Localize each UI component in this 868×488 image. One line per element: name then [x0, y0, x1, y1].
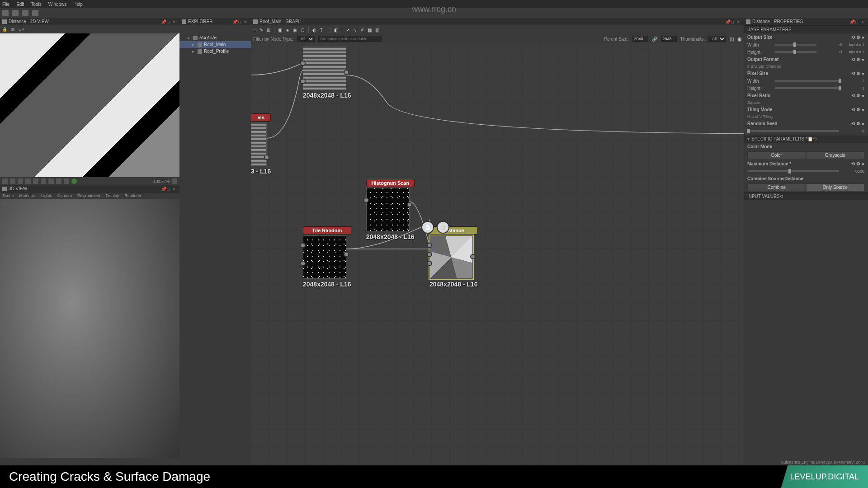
tool-9[interactable] [64, 178, 69, 184]
menu-tools[interactable]: Tools [31, 2, 41, 7]
section-input-values[interactable]: INPUT VALUES ⟲ [744, 192, 868, 200]
parent-w-input[interactable] [632, 36, 648, 42]
node-badge-doc[interactable]: 📄 [421, 221, 434, 234]
header-icons[interactable]: ⟲ ⚙ ● [851, 93, 864, 98]
tb-3[interactable]: ⊞ [267, 28, 270, 33]
close-icon[interactable]: × [737, 19, 741, 24]
node-port[interactable] [427, 252, 432, 257]
menu-materials[interactable]: Materials [19, 193, 36, 198]
header-icons[interactable]: ⟲ ⚙ ● [851, 57, 864, 62]
pin-icon[interactable]: 📌 [232, 19, 237, 24]
menu-scene[interactable]: Scene [2, 193, 14, 198]
close-icon[interactable]: × [861, 19, 866, 24]
filter-type-select[interactable]: All [297, 36, 315, 42]
menu-file[interactable]: File [2, 2, 9, 7]
node-port[interactable] [264, 155, 269, 160]
tiling-value[interactable]: H and V Tiling [744, 113, 868, 120]
node-port[interactable] [363, 197, 369, 203]
tb-14[interactable]: ✐ [360, 28, 364, 33]
node-port[interactable] [300, 243, 306, 248]
tb-7[interactable]: ⬡ [301, 28, 305, 33]
tb-15[interactable]: ▦ [368, 28, 372, 33]
pin-icon[interactable]: 📌 [161, 19, 165, 24]
maximize-icon[interactable]: □ [731, 19, 736, 24]
expand-arrow[interactable]: ▸ [192, 49, 196, 54]
reset-icon[interactable]: ⟲ [813, 136, 816, 141]
close-icon[interactable]: × [173, 19, 177, 24]
filter-text-input[interactable] [318, 36, 382, 42]
node-histogram-body[interactable] [366, 188, 410, 231]
uv-label[interactable]: UV [19, 27, 24, 32]
tb-thumb2[interactable]: ▣ [737, 37, 741, 42]
saveall-icon[interactable] [32, 10, 38, 16]
menu-environment[interactable]: Environment [77, 193, 100, 198]
layers-icon[interactable]: ▦ [11, 27, 15, 32]
max-dist-slider[interactable] [747, 170, 839, 172]
tb-2[interactable]: ✎ [259, 28, 263, 33]
link-icon[interactable]: 🔗 [652, 37, 657, 42]
maximize-icon[interactable]: □ [167, 19, 171, 24]
pxwidth-slider[interactable] [775, 80, 839, 82]
thumb-select[interactable]: All [708, 36, 726, 42]
node-port[interactable] [344, 70, 349, 75]
pin-icon[interactable]: 📌 [849, 19, 854, 24]
camera-icon[interactable] [2, 201, 8, 206]
tb-11[interactable]: ◧ [334, 28, 338, 33]
node-port[interactable] [470, 254, 476, 259]
node-port[interactable] [344, 252, 349, 257]
opt-grayscale[interactable]: Grayscale [806, 151, 865, 159]
opt-color[interactable]: Color [747, 151, 806, 159]
node-tile-body[interactable] [303, 235, 346, 279]
tree-item-main[interactable]: ▸ Roof_Main [179, 41, 251, 48]
tb-10[interactable]: ⬚ [326, 28, 330, 33]
menu-windows[interactable]: Windows [48, 2, 67, 7]
tool-6[interactable] [41, 178, 46, 184]
tb-12[interactable]: ↗ [346, 28, 349, 33]
node-distance[interactable]: Distance 📄 ◨ 2048x2048 - L16 [429, 226, 478, 288]
pin-icon[interactable]: 📌 [161, 187, 165, 191]
format-value[interactable]: 8 Bits per Channel [744, 63, 868, 70]
opt-combine[interactable]: Combine [747, 183, 806, 191]
tb-8[interactable]: ◐ [312, 28, 316, 33]
tb-1[interactable]: ≡ [253, 28, 256, 33]
expand-arrow[interactable]: ▸ [188, 35, 191, 40]
lock-tool[interactable] [172, 178, 177, 184]
pixel-ratio-value[interactable]: Square [744, 99, 868, 106]
node-top[interactable]: 2048x2048 - L16 [303, 46, 351, 99]
tb-6[interactable]: ◉ [293, 28, 297, 33]
seed-slider[interactable] [747, 130, 839, 132]
menu-camera[interactable]: Camera [57, 193, 72, 198]
tool-2[interactable] [10, 178, 15, 184]
maximize-icon[interactable]: □ [238, 19, 243, 24]
tree-item-root[interactable]: ▸ Roof.sbs [179, 34, 251, 41]
graph-canvas[interactable]: 2048x2048 - L16 els 3 - L16 Histogram Sc… [251, 43, 744, 465]
tool-8[interactable] [56, 178, 61, 184]
header-icons[interactable]: ⟲ ⚙ ● [851, 121, 864, 126]
light-icon[interactable] [2, 209, 8, 213]
close-icon[interactable]: × [173, 187, 177, 191]
open-icon[interactable] [12, 10, 19, 16]
node-port[interactable] [427, 261, 432, 266]
height-slider[interactable] [775, 51, 816, 53]
copy-icon[interactable]: 📋 [807, 136, 813, 141]
view3d-canvas[interactable] [0, 199, 179, 458]
tb-16[interactable]: ▥ [375, 28, 379, 33]
view2d-canvas[interactable] [0, 33, 179, 177]
tool-3[interactable] [18, 178, 23, 184]
menu-edit[interactable]: Edit [16, 2, 24, 7]
node-port[interactable] [427, 243, 432, 248]
tb-5[interactable]: ◈ [286, 28, 289, 33]
reset-icon[interactable]: ⟲ [779, 194, 783, 199]
save-icon[interactable] [22, 10, 28, 16]
tree-item-profile[interactable]: ▸ Roof_Profile [179, 48, 251, 55]
pxheight-slider[interactable] [775, 87, 839, 89]
maximize-icon[interactable]: □ [167, 187, 171, 191]
close-icon[interactable]: × [244, 19, 249, 24]
lock-icon[interactable]: 🔒 [2, 27, 7, 32]
tool-7[interactable] [48, 178, 54, 184]
node-port[interactable] [300, 61, 306, 66]
opt-only-source[interactable]: Only Source [806, 183, 865, 191]
node-port[interactable] [300, 261, 306, 266]
node-left-body[interactable] [251, 122, 267, 166]
parent-h-input[interactable] [661, 36, 677, 42]
